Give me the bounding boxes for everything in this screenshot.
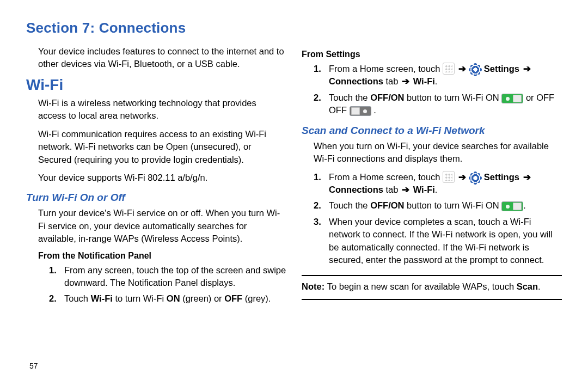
- arrow-icon: ➔: [523, 63, 531, 75]
- list-text: From any screen, touch the top of the sc…: [64, 264, 286, 290]
- note-text: Note: To begin a new scan for available …: [302, 276, 562, 298]
- divider: [302, 299, 562, 300]
- list-number: 2.: [314, 91, 324, 117]
- toggle-on-icon: [501, 94, 523, 103]
- columns: Your device includes features to connect…: [26, 44, 562, 309]
- list-item: 1. From any screen, touch the top of the…: [49, 264, 286, 290]
- list-number: 3.: [314, 216, 324, 267]
- arrow-icon: ➔: [402, 183, 409, 196]
- list-number: 1.: [49, 264, 60, 290]
- gear-icon: [470, 173, 480, 183]
- body-text: Turn your device's Wi-Fi service on or o…: [38, 207, 286, 245]
- list-number: 1.: [314, 63, 324, 88]
- body-text: Your device supports Wi-Fi 802.11 a/b/g/…: [38, 171, 286, 184]
- from-settings-label: From Settings: [302, 50, 562, 59]
- list-item: 2. Touch Wi-Fi to turn Wi-Fi ON (green) …: [49, 292, 286, 305]
- arrow-icon: ➔: [458, 63, 466, 75]
- body-text: When you turn on Wi-Fi, your device sear…: [314, 140, 562, 166]
- arrow-icon: ➔: [402, 75, 409, 88]
- steps-list: 1. From any screen, touch the top of the…: [49, 264, 286, 305]
- toggle-off-icon: [350, 106, 371, 116]
- from-notification-panel-label: From the Notification Panel: [38, 251, 286, 261]
- intro-text: Your device includes features to connect…: [38, 45, 286, 71]
- wifi-heading: Wi-Fi: [26, 76, 286, 94]
- list-number: 2.: [49, 292, 60, 305]
- list-text: Touch Wi-Fi to turn Wi-Fi ON (green) or …: [64, 292, 286, 305]
- apps-icon: [443, 63, 455, 75]
- note-block: Note: To begin a new scan for available …: [302, 275, 562, 299]
- body-text: Wi-Fi communication requires access to a…: [38, 128, 286, 166]
- arrow-icon: ➔: [523, 171, 531, 183]
- list-text: From a Home screen, touch ➔ Settings ➔ C…: [329, 63, 562, 88]
- section-title: Section 7: Connections: [26, 20, 562, 36]
- list-number: 1.: [314, 171, 324, 197]
- list-text: When your device completes a scan, touch…: [329, 216, 562, 267]
- gear-icon: [470, 65, 480, 75]
- list-item: 1. From a Home screen, touch ➔ Settings …: [314, 171, 562, 197]
- list-item: 1. From a Home screen, touch ➔ Settings …: [314, 63, 562, 88]
- page-number: 57: [29, 362, 38, 370]
- apps-icon: [443, 171, 455, 183]
- page-root: Section 7: Connections Your device inclu…: [16, 16, 572, 376]
- steps-list: 1. From a Home screen, touch ➔ Settings …: [314, 171, 562, 267]
- list-item: 2. Touch the OFF/ON button to turn Wi-Fi…: [314, 91, 562, 117]
- toggle-on-icon: [501, 201, 523, 211]
- body-text: Wi-Fi is a wireless networking technolog…: [38, 97, 286, 122]
- steps-list: 1. From a Home screen, touch ➔ Settings …: [314, 63, 562, 117]
- right-column: From Settings 1. From a Home screen, tou…: [302, 44, 562, 309]
- list-text: Touch the OFF/ON button to turn Wi-Fi ON…: [329, 91, 562, 117]
- list-text: Touch the OFF/ON button to turn Wi-Fi ON…: [329, 199, 562, 212]
- arrow-icon: ➔: [458, 171, 466, 183]
- list-text: From a Home screen, touch ➔ Settings ➔ C…: [329, 171, 562, 197]
- list-item: 2. Touch the OFF/ON button to turn Wi-Fi…: [314, 199, 562, 212]
- left-column: Your device includes features to connect…: [26, 44, 286, 309]
- list-number: 2.: [314, 199, 324, 212]
- list-item: 3. When your device completes a scan, to…: [314, 216, 562, 267]
- turn-wifi-heading: Turn Wi-Fi On or Off: [26, 192, 286, 204]
- scan-connect-heading: Scan and Connect to a Wi-Fi Network: [302, 125, 562, 137]
